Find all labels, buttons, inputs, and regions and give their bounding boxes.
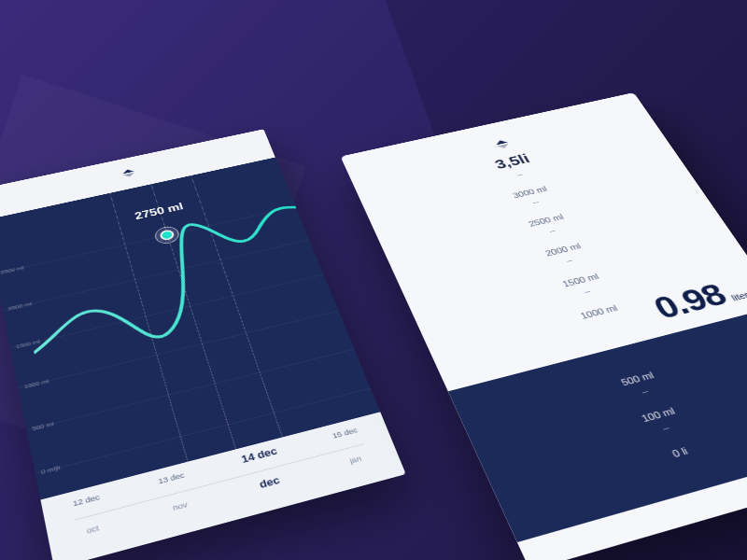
day-tick-selected[interactable]: 14 dec xyxy=(240,445,278,465)
month-tick[interactable]: jan xyxy=(348,455,362,465)
intake-scale[interactable]: 3,5li 3000 ml 2500 ml 2000 ml 1500 ml 10… xyxy=(354,119,747,542)
scale-tick: 1000 ml xyxy=(579,303,619,321)
month-tick[interactable]: nov xyxy=(172,500,189,512)
app-logo-icon xyxy=(494,139,510,149)
filled-region: 500 ml 100 ml 0 li xyxy=(448,305,747,542)
target-label: 3,5li xyxy=(492,151,532,172)
chart-card: 0 ml|li 500 ml 1000 ml 1500 ml 2000 ml 2… xyxy=(0,129,406,560)
scale-tick: 1500 ml xyxy=(561,272,600,288)
scale-card: 3,5li 3000 ml 2500 ml 2000 ml 1500 ml 10… xyxy=(341,92,747,560)
scale-tick: 2500 ml xyxy=(527,213,565,229)
day-tick[interactable]: 13 dec xyxy=(158,471,186,486)
scale-tick: 3000 ml xyxy=(511,185,548,200)
day-tick[interactable]: 12 dec xyxy=(72,493,100,508)
readout-unit: liters xyxy=(729,289,747,302)
readout-value: 0.98 xyxy=(647,278,733,326)
day-tick[interactable]: 15 dec xyxy=(331,427,359,441)
scale-tick: 2000 ml xyxy=(543,242,583,258)
scale-tick: 500 ml xyxy=(619,370,655,387)
month-tick[interactable]: oct xyxy=(86,524,100,535)
month-tick-selected[interactable]: dec xyxy=(258,474,281,490)
scale-tick: 0 li xyxy=(670,445,690,459)
scale-tick: 100 ml xyxy=(640,406,677,424)
app-logo-icon xyxy=(121,168,134,177)
